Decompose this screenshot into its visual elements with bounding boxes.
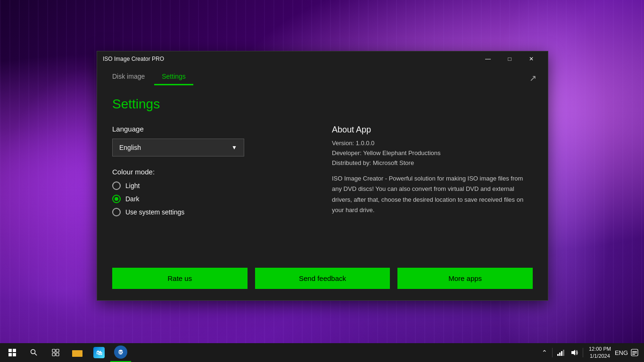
svg-rect-14 [632,354,635,355]
svg-marker-10 [571,350,575,355]
svg-rect-8 [561,351,562,356]
taskbar-right: ⌃ 12:00 PM 1/1/2024 ENG [536,345,644,361]
window-title: ISO Image Creator PRO [103,56,164,62]
language-label: Language [112,125,313,133]
svg-rect-5 [56,353,59,356]
start-button[interactable] [2,343,23,362]
radio-label-system: Use system settings [125,208,184,216]
dropdown-arrow-icon: ▼ [231,144,237,151]
tab-disk-image[interactable]: Disk image [105,69,152,85]
language-selected-value: English [119,144,141,151]
system-clock[interactable]: 12:00 PM 1/1/2024 [586,345,614,361]
radio-outer-system [112,208,121,216]
language-indicator[interactable]: ENG [616,347,627,358]
about-title: About App [332,125,533,135]
store-taskbar-icon[interactable]: 🛍 [89,343,109,362]
about-developer: Developer: Yellow Elephant Productions [332,148,533,158]
network-icon[interactable] [555,347,567,358]
about-description: ISO Image Creator - Powerful solution fo… [332,173,533,215]
about-version: Version: 1.0.0.0 [332,139,533,148]
svg-line-1 [35,354,37,356]
svg-rect-3 [56,349,59,352]
taskbar-left: 🛍 ISO [0,343,133,362]
volume-icon[interactable] [569,347,580,358]
show-hidden-icons-button[interactable]: ⌃ [540,347,549,358]
content-area: Settings Language English ▼ Colour mode:… [97,85,548,253]
about-distributor: Distributed by: Microsoft Store [332,158,533,168]
svg-rect-7 [559,353,561,356]
tab-settings[interactable]: Settings [154,69,193,85]
tray-separator [552,348,553,357]
radio-inner-dark [115,197,118,201]
radio-label-dark: Dark [125,195,140,203]
file-explorer-taskbar-icon[interactable] [67,343,88,362]
iso-app-icon: ISO [114,346,127,359]
system-tray: ⌃ [540,347,549,358]
svg-rect-12 [632,351,637,352]
store-icon: 🛍 [93,347,105,358]
windows-logo-icon [8,349,16,356]
folder-icon [72,348,83,357]
title-bar: ISO Image Creator PRO — □ ✕ [97,51,548,66]
clock-time: 12:00 PM [589,346,611,353]
svg-rect-2 [52,349,55,352]
language-dropdown[interactable]: English ▼ [112,139,244,156]
svg-rect-4 [52,353,55,356]
radio-outer-light [112,181,121,190]
app-window: ISO Image Creator PRO — □ ✕ Disk image S… [97,51,548,301]
svg-point-0 [31,350,35,354]
close-button[interactable]: ✕ [520,51,542,66]
svg-rect-9 [563,350,564,356]
svg-rect-6 [557,354,559,356]
minimize-button[interactable]: — [477,51,499,66]
radio-label-light: Light [125,182,140,189]
radio-item-light[interactable]: Light [112,181,313,190]
search-icon [30,349,38,356]
settings-heading: Settings [112,97,533,112]
rate-us-button[interactable]: Rate us [112,268,248,289]
colour-mode-label: Colour mode: [112,168,313,176]
task-view-button[interactable] [45,343,66,362]
search-button[interactable] [24,343,44,362]
settings-columns: Language English ▼ Colour mode: Light [112,125,533,216]
task-view-icon [52,349,59,356]
settings-right-column: About App Version: 1.0.0.0 Developer: Ye… [332,125,533,216]
taskbar: 🛍 ISO ⌃ [0,343,644,362]
buttons-area: Rate us Send feedback More apps [97,268,548,300]
about-meta: Version: 1.0.0.0 Developer: Yellow Eleph… [332,139,533,168]
network-tray-icon [557,349,565,356]
radio-item-dark[interactable]: Dark [112,195,313,203]
more-apps-button[interactable]: More apps [397,268,533,289]
settings-left-column: Language English ▼ Colour mode: Light [112,125,313,216]
radio-outer-dark [112,195,121,203]
colour-mode-radio-group: Light Dark Use system settings [112,181,313,216]
tab-bar-right: ↗︎ [526,71,540,85]
send-feedback-button[interactable]: Send feedback [255,268,390,289]
clock-date: 1/1/2024 [590,353,610,360]
maximize-button[interactable]: □ [499,51,520,66]
action-center-icon[interactable] [629,347,640,358]
notification-icon [631,349,638,356]
svg-rect-13 [632,353,637,354]
radio-item-system[interactable]: Use system settings [112,208,313,216]
tab-bar: Disk image Settings ↗︎ [97,66,548,85]
window-controls: — □ ✕ [477,51,542,66]
iso-app-taskbar-icon[interactable]: ISO [110,343,131,362]
volume-tray-icon [570,349,578,356]
tray-separator-2 [583,348,583,357]
share-icon[interactable]: ↗︎ [526,71,540,85]
